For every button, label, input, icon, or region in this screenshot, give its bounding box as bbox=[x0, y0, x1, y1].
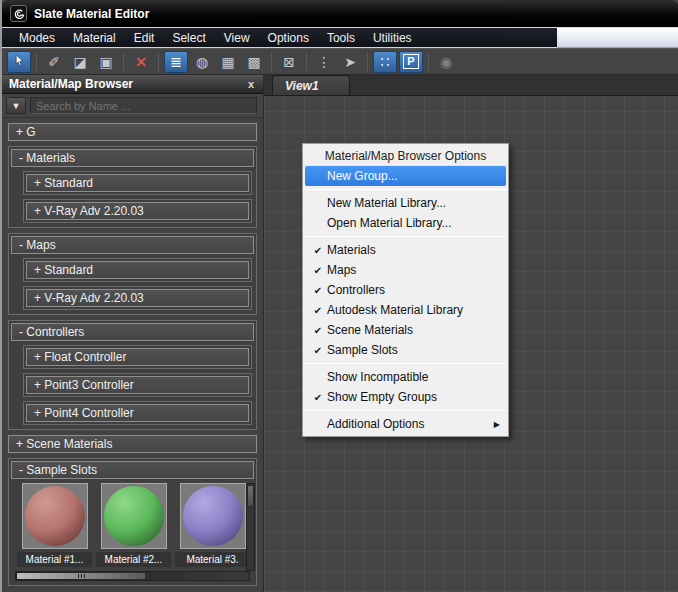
material-thumbnail bbox=[22, 483, 88, 549]
menu-item-show-empty-groups[interactable]: ✔ Show Empty Groups bbox=[303, 387, 508, 407]
select-tool-button[interactable] bbox=[7, 51, 31, 73]
slots-horizontal-scrollbar[interactable] bbox=[15, 571, 250, 581]
menu-item-additional-options[interactable]: Additional Options ▶ bbox=[303, 414, 508, 434]
section-materials-vray[interactable]: + V-Ray Adv 2.20.03 bbox=[26, 202, 249, 220]
assign-material-button[interactable]: ◪ bbox=[68, 51, 92, 73]
connector-button[interactable]: ➤ bbox=[338, 51, 362, 73]
menu-item-new-material-library[interactable]: New Material Library... bbox=[303, 193, 508, 213]
menu-view[interactable]: View bbox=[215, 28, 259, 47]
checkmark-icon: ✔ bbox=[309, 392, 327, 403]
menu-item-show-incompatible[interactable]: Show Incompatible bbox=[303, 367, 508, 387]
sample-slot[interactable]: Material #3. bbox=[175, 483, 250, 567]
pick-material-button[interactable]: ✐ bbox=[42, 51, 66, 73]
menu-bar-items: Modes Material Edit Select View Options … bbox=[2, 28, 557, 48]
section-scene-materials[interactable]: + Scene Materials bbox=[8, 435, 257, 453]
p-box-icon: P bbox=[403, 54, 418, 69]
menu-item-scene-materials[interactable]: ✔ Scene Materials bbox=[303, 320, 508, 340]
checkmark-icon: ✔ bbox=[309, 285, 327, 296]
section-g[interactable]: + G bbox=[8, 123, 257, 141]
delete-selected-button[interactable]: ✕ bbox=[129, 51, 153, 73]
show-grid-button[interactable]: ▩ bbox=[242, 51, 266, 73]
hide-unused-nodeslots-button[interactable]: ◍ bbox=[190, 51, 214, 73]
sample-slot[interactable]: Material #1... bbox=[17, 483, 92, 567]
delete-x-icon: ✕ bbox=[135, 54, 147, 70]
toolbar-separator bbox=[158, 53, 159, 71]
section-maps-vray[interactable]: + V-Ray Adv 2.20.03 bbox=[26, 289, 249, 307]
get-material-from-object-button[interactable]: ◉ bbox=[434, 51, 458, 73]
menu-item-maps[interactable]: ✔ Maps bbox=[303, 260, 508, 280]
menu-item-controllers[interactable]: ✔ Controllers bbox=[303, 280, 508, 300]
sphere-icon: ◍ bbox=[196, 54, 208, 70]
menu-bar: Modes Material Edit Select View Options … bbox=[2, 28, 678, 48]
menu-item-materials[interactable]: ✔ Materials bbox=[303, 240, 508, 260]
put-material-icon: ▣ bbox=[99, 54, 112, 70]
sample-slots-body: Material #1... Material #2... bbox=[11, 483, 254, 567]
menu-tools[interactable]: Tools bbox=[318, 28, 364, 47]
put-material-button[interactable]: ▣ bbox=[94, 51, 118, 73]
menu-modes[interactable]: Modes bbox=[10, 28, 64, 47]
menu-utilities[interactable]: Utilities bbox=[364, 28, 421, 47]
section-maps[interactable]: - Maps bbox=[11, 236, 254, 254]
scrollbar-thumb[interactable] bbox=[247, 485, 254, 507]
sample-slot[interactable]: Material #2... bbox=[96, 483, 171, 567]
group-controllers: - Controllers + Float Controller + Point… bbox=[8, 320, 257, 430]
toolbar-separator bbox=[36, 53, 37, 71]
material-slot-label: Material #3. bbox=[175, 552, 250, 567]
scrollbar-thumb[interactable] bbox=[17, 573, 145, 579]
browser-panel-header[interactable]: Material/Map Browser x bbox=[2, 75, 263, 94]
group-maps: - Maps + Standard + V-Ray Adv 2.20.03 bbox=[8, 233, 257, 315]
material-sphere-preview bbox=[183, 486, 243, 546]
context-menu-header: Material/Map Browser Options bbox=[303, 146, 508, 166]
group-materials: - Materials + Standard + V-Ray Adv 2.20.… bbox=[8, 146, 257, 228]
material-slot-label: Material #1... bbox=[17, 552, 92, 567]
toolbar-separator bbox=[271, 53, 272, 71]
menu-separator bbox=[304, 236, 507, 237]
material-thumbnail bbox=[180, 483, 246, 549]
material-map-browser-panel: Material/Map Browser x ▼ + G - Materials… bbox=[2, 75, 264, 592]
checkmark-icon: ✔ bbox=[309, 265, 327, 276]
section-float-controller[interactable]: + Float Controller bbox=[26, 348, 249, 366]
tab-view1[interactable]: View1 bbox=[272, 75, 350, 95]
dots-icon: ⋮ bbox=[317, 54, 331, 70]
search-input[interactable] bbox=[30, 97, 257, 114]
3dsmax-logo-icon bbox=[10, 5, 27, 22]
material-sphere-preview bbox=[25, 486, 85, 546]
section-materials[interactable]: - Materials bbox=[11, 149, 254, 167]
menu-material[interactable]: Material bbox=[64, 28, 125, 47]
pan-to-selected-button[interactable]: ∷ bbox=[373, 51, 397, 73]
section-point3-controller[interactable]: + Point3 Controller bbox=[26, 376, 249, 394]
checkmark-icon: ✔ bbox=[309, 325, 327, 336]
layout-flyout-button[interactable]: ⋮ bbox=[312, 51, 336, 73]
slots-vertical-scrollbar[interactable] bbox=[246, 483, 255, 571]
show-background-button[interactable]: ▦ bbox=[216, 51, 240, 73]
parameter-editor-button[interactable]: P bbox=[399, 51, 423, 73]
menu-options[interactable]: Options bbox=[259, 28, 318, 47]
section-maps-standard[interactable]: + Standard bbox=[26, 261, 249, 279]
close-icon[interactable]: x bbox=[246, 78, 256, 90]
menu-bar-empty-area bbox=[557, 28, 678, 48]
menu-item-sample-slots[interactable]: ✔ Sample Slots bbox=[303, 340, 508, 360]
section-controllers[interactable]: - Controllers bbox=[11, 323, 254, 341]
window-title: Slate Material Editor bbox=[34, 7, 149, 21]
menu-separator bbox=[304, 363, 507, 364]
section-materials-standard[interactable]: + Standard bbox=[26, 174, 249, 192]
material-slot-label: Material #2... bbox=[96, 552, 171, 567]
slate-material-editor-window: Slate Material Editor Modes Material Edi… bbox=[0, 0, 678, 592]
group-sample-slots: - Sample Slots Material #1... bbox=[8, 458, 257, 586]
material-thumbnail bbox=[101, 483, 167, 549]
sphere-cursor-icon: ◉ bbox=[440, 54, 452, 70]
checker-sphere-icon: ▦ bbox=[221, 54, 234, 70]
menu-item-autodesk-material-library[interactable]: ✔ Autodesk Material Library bbox=[303, 300, 508, 320]
layout-children-button[interactable]: ≣ bbox=[164, 51, 188, 73]
section-point4-controller[interactable]: + Point4 Controller bbox=[26, 404, 249, 422]
nodes-icon: ∷ bbox=[381, 54, 390, 70]
section-sample-slots[interactable]: - Sample Slots bbox=[11, 461, 254, 479]
title-bar[interactable]: Slate Material Editor bbox=[2, 0, 678, 28]
menu-item-new-group[interactable]: New Group... bbox=[305, 166, 506, 186]
search-row: ▼ bbox=[2, 94, 263, 118]
menu-edit[interactable]: Edit bbox=[125, 28, 164, 47]
filter-dropdown-button[interactable]: ▼ bbox=[6, 97, 26, 114]
material-id-channel-button[interactable]: ⊠ bbox=[277, 51, 301, 73]
menu-select[interactable]: Select bbox=[163, 28, 214, 47]
menu-item-open-material-library[interactable]: Open Material Library... bbox=[303, 213, 508, 233]
